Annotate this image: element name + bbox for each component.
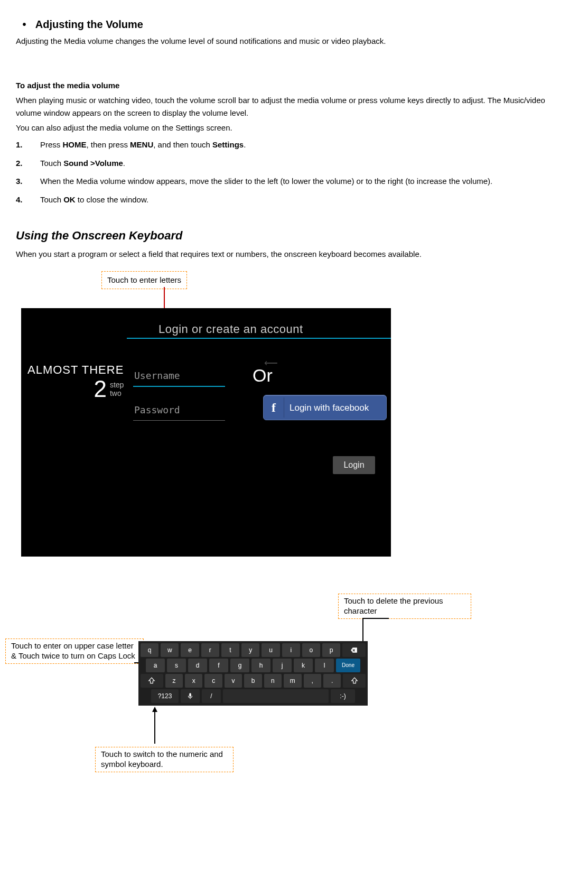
arrow-line — [362, 618, 389, 619]
arrow-line — [154, 711, 155, 744]
key-z[interactable]: z — [165, 674, 183, 688]
mic-key[interactable] — [181, 689, 200, 703]
fb-button-label: Login with facebook — [290, 401, 369, 415]
mic-icon — [186, 692, 194, 700]
step-number-two: 2 — [94, 376, 106, 402]
or-text: Or — [253, 361, 273, 390]
keyboard-row-1: qwertyuiop — [139, 643, 367, 657]
intro-paragraph: Adjusting the Media volume changes the v… — [16, 35, 572, 48]
title-underline — [127, 338, 391, 339]
key-period[interactable]: . — [323, 674, 341, 688]
key-n[interactable]: n — [264, 674, 282, 688]
login-diagram: Touch to enter letters Login or create a… — [16, 271, 572, 567]
login-button[interactable]: Login — [333, 456, 375, 474]
key-r[interactable]: r — [201, 643, 219, 657]
key-t[interactable]: t — [221, 643, 239, 657]
callout-numeric: Touch to switch to the numeric and symbo… — [95, 747, 234, 772]
key-k[interactable]: k — [294, 659, 313, 672]
step-text: Touch Sound >Volume. — [40, 159, 125, 168]
keyboard-diagram: Touch to enter on upper case letter & To… — [16, 609, 572, 784]
shift-key-right[interactable] — [343, 674, 366, 688]
step-2: 2. Touch Sound >Volume. — [16, 156, 572, 171]
key-comma[interactable]: , — [304, 674, 321, 688]
bullet-icon: • — [16, 16, 33, 33]
steps-list: 1. Press HOME, then press MENU, and then… — [16, 137, 572, 207]
facebook-icon: f — [264, 397, 284, 418]
backspace-key[interactable] — [342, 643, 366, 657]
key-a[interactable]: a — [146, 659, 165, 672]
key-g[interactable]: g — [230, 659, 249, 672]
sub-paragraph-2: You can also adjust the media volume on … — [16, 122, 572, 134]
step-number: 2. — [16, 156, 23, 171]
key-x[interactable]: x — [185, 674, 202, 688]
step-text: When the Media volume window appears, mo… — [40, 177, 492, 186]
keyboard-row-2: asdfghjklDone — [139, 659, 367, 672]
key-c[interactable]: c — [204, 674, 222, 688]
key-s[interactable]: s — [167, 659, 186, 672]
password-field[interactable]: Password — [133, 401, 225, 421]
backspace-icon — [350, 646, 358, 654]
step-number: 1. — [16, 137, 23, 153]
key-d[interactable]: d — [188, 659, 207, 672]
key-e[interactable]: e — [181, 643, 199, 657]
key-v[interactable]: v — [225, 674, 242, 688]
step-number: 3. — [16, 174, 23, 189]
login-button-label: Login — [343, 458, 364, 472]
step-1: 1. Press HOME, then press MENU, and then… — [16, 137, 572, 153]
shift-icon — [148, 677, 155, 684]
key-w[interactable]: w — [161, 643, 179, 657]
section2-paragraph: When you start a program or select a fie… — [16, 248, 572, 261]
callout-delete-text: Touch to delete the previous character — [344, 596, 443, 615]
step-label: step two — [110, 381, 124, 397]
key-l[interactable]: l — [315, 659, 334, 672]
key-u[interactable]: u — [262, 643, 279, 657]
key-i[interactable]: i — [282, 643, 300, 657]
step-indicator: ALMOST THERE 2 step two — [27, 364, 124, 402]
key-f[interactable]: f — [209, 659, 228, 672]
key-y[interactable]: y — [241, 643, 259, 657]
keyboard-row-3: zxcvbnm,. — [139, 674, 367, 688]
sub-heading: To adjust the media volume — [16, 79, 572, 92]
section-onscreen-keyboard: Using the Onscreen Keyboard — [16, 226, 572, 245]
sub-paragraph-1: When playing music or watching video, to… — [16, 94, 572, 119]
done-key[interactable]: Done — [336, 659, 360, 672]
key-j[interactable]: j — [273, 659, 292, 672]
key-m[interactable]: m — [284, 674, 301, 688]
username-field[interactable]: Username — [133, 366, 225, 387]
keyboard-row-4: ?123/:-) — [139, 689, 367, 703]
almost-text: ALMOST THERE — [27, 364, 124, 376]
step-4: 4. Touch OK to close the window. — [16, 192, 572, 208]
shift-key[interactable] — [141, 674, 163, 688]
key-q[interactable]: q — [141, 643, 158, 657]
login-title: Login or create an account — [158, 320, 303, 338]
shift-icon — [351, 677, 358, 684]
space-key[interactable] — [223, 689, 329, 703]
heading-adjusting-volume: • Adjusting the Volume — [16, 16, 572, 33]
onscreen-keyboard: qwertyuiop asdfghjklDone zxcvbnm,. ?123/… — [138, 641, 368, 706]
key-b[interactable]: b — [244, 674, 262, 688]
callout-capslock: Touch to enter on upper case letter & To… — [5, 638, 144, 664]
login-screenshot: Login or create an account ALMOST THERE … — [21, 308, 391, 557]
step-text: Touch OK to close the window. — [40, 195, 148, 204]
slash-key[interactable]: / — [202, 689, 221, 703]
login-facebook-button[interactable]: f Login with facebook — [263, 395, 387, 420]
callout-capslock-text: Touch to enter on upper case letter & To… — [11, 641, 135, 660]
smile-key[interactable]: :-) — [331, 689, 355, 703]
step-text: Press HOME, then press MENU, and then to… — [40, 140, 246, 149]
key-p[interactable]: p — [322, 643, 340, 657]
callout-delete: Touch to delete the previous character — [338, 594, 471, 619]
key-o[interactable]: o — [302, 643, 320, 657]
mode-switch-key[interactable]: ?123 — [151, 689, 179, 703]
callout-letters-text: Touch to enter letters — [107, 275, 181, 284]
key-h[interactable]: h — [251, 659, 270, 672]
callout-letters: Touch to enter letters — [101, 271, 187, 289]
heading-text: Adjusting the Volume — [35, 18, 143, 30]
arrow-head-icon — [152, 707, 157, 712]
callout-numeric-text: Touch to switch to the numeric and symbo… — [101, 749, 223, 769]
step-number: 4. — [16, 192, 23, 208]
step-3: 3. When the Media volume window appears,… — [16, 174, 572, 189]
